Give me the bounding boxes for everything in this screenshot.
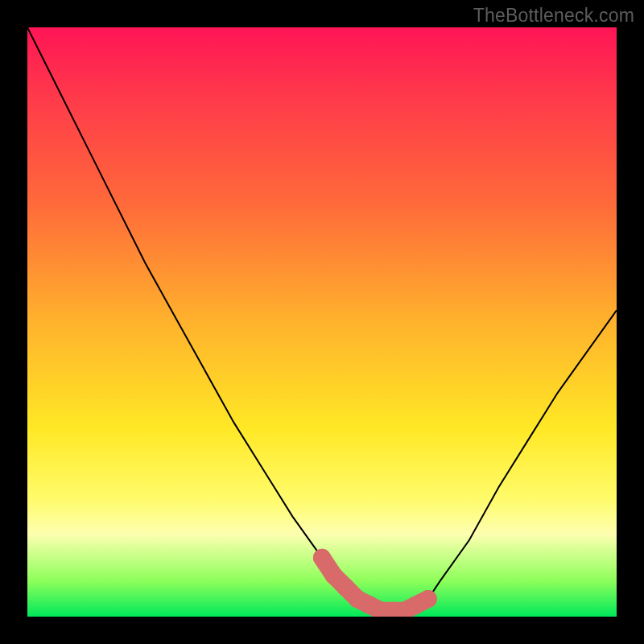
chart-frame: TheBottleneck.com [0, 0, 644, 644]
bottleneck-curve [27, 27, 617, 611]
trough-marker-group [313, 549, 437, 617]
plot-svg [27, 27, 617, 617]
attribution-text: TheBottleneck.com [473, 5, 634, 27]
trough-marker [419, 590, 437, 608]
plot-area [27, 27, 617, 617]
trough-marker [313, 549, 331, 567]
